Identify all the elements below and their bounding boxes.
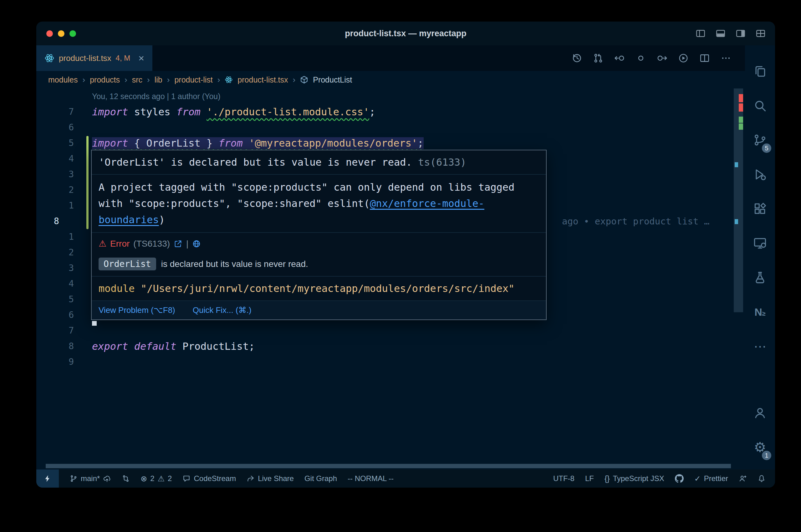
- overview-change-mark: [739, 117, 743, 123]
- chevron-right-icon: ›: [293, 75, 296, 85]
- code-editor[interactable]: 7 6 5 4 3 2 1 8 1 2 3 4 5 6 7 8 9 You, 1…: [36, 89, 745, 470]
- line-number: 4: [36, 276, 74, 292]
- vscode-window: product-list.tsx — myreactapp: [36, 22, 775, 488]
- publish-changes-icon[interactable]: [103, 474, 111, 482]
- react-icon: [44, 53, 54, 63]
- timeline-history-icon[interactable]: [572, 53, 582, 63]
- breadcrumb-item-src[interactable]: src: [132, 75, 142, 84]
- toggle-sidebar-left-icon[interactable]: [695, 28, 706, 38]
- next-change-icon[interactable]: [657, 53, 668, 63]
- run-debug-icon[interactable]: [745, 157, 775, 192]
- live-share-item[interactable]: Live Share: [247, 474, 294, 483]
- line-number: 3: [36, 260, 74, 276]
- line-number: 7: [36, 104, 74, 120]
- line-number: 3: [36, 167, 74, 182]
- zoom-window-button[interactable]: [70, 30, 76, 37]
- line-number: 2: [36, 245, 74, 260]
- breadcrumb: modules › products › src › lib › product…: [36, 71, 745, 89]
- github-icon[interactable]: [675, 474, 684, 483]
- language-mode-item[interactable]: {} TypeScript JSX: [604, 474, 664, 483]
- overview-error-mark: [739, 94, 743, 102]
- source-control-icon[interactable]: 5: [745, 123, 775, 157]
- testing-icon[interactable]: [745, 260, 775, 295]
- hover-diagnostics-popup: 'OrderList' is declared but its value is…: [91, 150, 547, 320]
- codestream-item[interactable]: CodeStream: [182, 474, 236, 483]
- encoding-item[interactable]: UTF-8: [553, 474, 575, 483]
- search-error-web-icon[interactable]: [192, 240, 201, 248]
- gitlens-codelens[interactable]: You, 12 seconds ago | 1 author (You): [92, 89, 221, 104]
- account-icon[interactable]: [745, 396, 775, 430]
- quick-fix-link[interactable]: Quick Fix... (⌘.): [193, 305, 252, 315]
- title-bar: product-list.tsx — myreactapp: [36, 22, 775, 45]
- more-views-icon[interactable]: ⋯: [745, 329, 775, 363]
- code-line-export-default[interactable]: export default ProductList;: [92, 339, 255, 354]
- problems-item[interactable]: ⊗ 2 ⚠ 2: [141, 474, 172, 483]
- toggle-sidebar-right-icon[interactable]: [735, 28, 746, 38]
- git-modified-gutter-bar: [86, 136, 89, 229]
- search-icon[interactable]: [745, 89, 775, 123]
- git-pull-request-icon[interactable]: [593, 53, 604, 63]
- error-icon: ⚠: [98, 239, 106, 249]
- explorer-view-icon[interactable]: [745, 54, 775, 89]
- breadcrumb-item-lib[interactable]: lib: [154, 75, 162, 84]
- breadcrumb-item-modules[interactable]: modules: [48, 75, 78, 84]
- line-number: 6: [36, 120, 74, 135]
- activity-bar: 5 N≥ ⋯ ⚙ 1: [745, 45, 775, 470]
- hover-actions: View Problem (⌥F8) Quick Fix... (⌘.): [92, 300, 546, 320]
- tab-product-list[interactable]: product-list.tsx 4, M ×: [36, 45, 152, 71]
- close-window-button[interactable]: [46, 30, 53, 37]
- git-compare-icon[interactable]: [122, 474, 130, 482]
- line-number: 5: [36, 135, 74, 151]
- pretty-error-section: ⚠ Error(TS6133) | OrderList: [92, 232, 546, 276]
- tab-decoration-badge: 4, M: [116, 54, 130, 62]
- line-number: 4: [36, 151, 74, 167]
- close-tab-icon[interactable]: ×: [138, 53, 144, 64]
- revert-change-icon[interactable]: [636, 53, 646, 63]
- hover-resize-grip[interactable]: [92, 321, 97, 326]
- notifications-bell-icon[interactable]: [758, 474, 766, 482]
- view-problem-link[interactable]: View Problem (⌥F8): [98, 305, 175, 315]
- extensions-icon[interactable]: [745, 192, 775, 226]
- code-line-import-orderlist[interactable]: import { OrderList } from '@myreactapp/m…: [92, 135, 424, 151]
- horizontal-scrollbar-thumb[interactable]: [46, 464, 731, 468]
- line-number: 7: [36, 323, 74, 339]
- breadcrumb-item-product-list[interactable]: product-list: [174, 75, 213, 84]
- split-editor-icon[interactable]: [699, 53, 710, 63]
- remote-explorer-icon[interactable]: [745, 226, 775, 260]
- line-number: 5: [36, 292, 74, 307]
- module-path-row: module "/Users/juri/nrwl/content/myreact…: [92, 276, 546, 300]
- current-line-number: 8: [36, 213, 74, 229]
- tab-label: product-list.tsx: [59, 54, 111, 63]
- chevron-right-icon: ›: [83, 75, 86, 85]
- breadcrumb-item-symbol[interactable]: ProductList: [313, 75, 352, 84]
- eslint-diagnostic-row: A project tagged with "scope:products" c…: [92, 174, 546, 232]
- prev-change-icon[interactable]: [614, 53, 625, 63]
- toggle-panel-icon[interactable]: [715, 28, 726, 38]
- line-number: 9: [36, 354, 74, 370]
- code-line-import-styles[interactable]: import styles from './product-list.modul…: [92, 104, 375, 120]
- eol-item[interactable]: LF: [585, 474, 594, 483]
- feedback-icon[interactable]: [739, 474, 747, 482]
- chevron-right-icon: ›: [217, 75, 220, 85]
- symbol-badge: OrderList: [98, 258, 156, 270]
- open-error-docs-icon[interactable]: [174, 240, 182, 248]
- more-actions-icon[interactable]: [721, 53, 731, 63]
- overview-error-mark: [739, 103, 743, 112]
- line-number: 1: [36, 198, 74, 213]
- git-branch-item[interactable]: main*: [70, 474, 111, 483]
- run-file-icon[interactable]: [678, 53, 689, 63]
- settings-gear-icon[interactable]: ⚙ 1: [745, 430, 775, 464]
- prettier-item[interactable]: ✓ Prettier: [694, 474, 728, 483]
- chevron-right-icon: ›: [125, 75, 127, 85]
- chevron-right-icon: ›: [147, 75, 150, 85]
- breadcrumb-item-products[interactable]: products: [90, 75, 120, 84]
- nx-console-icon[interactable]: N≥: [745, 295, 775, 329]
- symbol-cube-icon: [300, 76, 308, 84]
- remote-indicator[interactable]: [36, 470, 59, 488]
- minimize-window-button[interactable]: [58, 30, 65, 37]
- customize-layout-icon[interactable]: [756, 28, 766, 38]
- ts-diagnostic-row: 'OrderList' is declared but its value is…: [92, 150, 546, 174]
- breadcrumb-item-file[interactable]: product-list.tsx: [237, 75, 288, 84]
- overview-change-mark: [739, 124, 743, 130]
- git-graph-item[interactable]: Git Graph: [305, 474, 337, 483]
